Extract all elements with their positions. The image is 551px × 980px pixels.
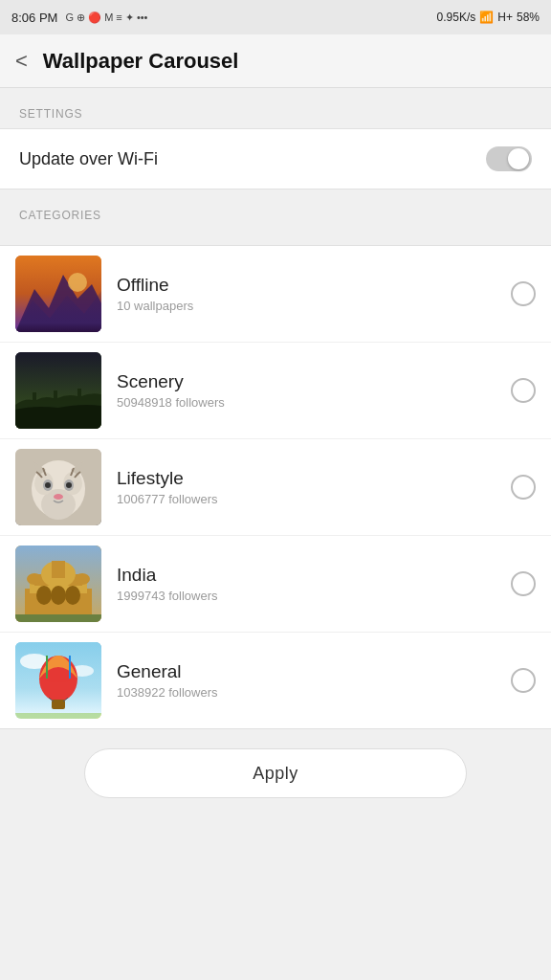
category-name: Scenery (117, 371, 496, 392)
category-radio-general[interactable] (511, 668, 536, 693)
category-thumbnail-scenery (15, 352, 101, 429)
settings-card: Update over Wi-Fi (0, 128, 551, 189)
wifi-icon: 📶 (479, 11, 494, 24)
category-name: General (117, 661, 496, 682)
svg-rect-21 (52, 561, 65, 578)
app-bar: < Wallpaper Carousel (0, 34, 551, 88)
apply-area: Apply (0, 729, 551, 827)
svg-rect-27 (15, 614, 101, 622)
svg-point-24 (36, 586, 52, 605)
category-radio-offline[interactable] (511, 281, 536, 306)
list-item[interactable]: Scenery 50948918 followers (0, 343, 551, 439)
category-thumbnail-general (15, 642, 101, 719)
list-item[interactable]: Lifestyle 1006777 followers (0, 439, 551, 536)
settings-section-label: SETTINGS (0, 88, 551, 128)
category-sub: 1038922 followers (117, 685, 496, 700)
svg-point-14 (66, 482, 72, 488)
category-sub: 50948918 followers (117, 395, 496, 410)
list-item[interactable]: General 1038922 followers (0, 633, 551, 728)
battery-display: 58% (517, 11, 540, 24)
categories-section-label: CATEGORIES (0, 189, 551, 230)
page-title: Wallpaper Carousel (43, 49, 239, 74)
svg-point-13 (45, 482, 51, 488)
category-name: Lifestyle (117, 468, 496, 489)
network-speed: 0.95K/s (437, 11, 476, 24)
category-thumbnail-lifestyle (15, 449, 101, 525)
svg-point-25 (51, 586, 66, 605)
back-button[interactable]: < (15, 51, 28, 72)
svg-point-22 (27, 573, 42, 585)
main-content: SETTINGS Update over Wi-Fi CATEGORIES (0, 88, 551, 980)
status-time: 8:06 PM G ⊕ 🔴 M ≡ ✦ ••• (11, 11, 147, 25)
category-info-lifestyle: Lifestyle 1006777 followers (117, 468, 496, 506)
svg-point-15 (54, 494, 63, 500)
category-info-general: General 1038922 followers (117, 661, 496, 700)
wifi-label: Update over Wi-Fi (19, 149, 158, 169)
status-app-icons: G ⊕ 🔴 M ≡ ✦ ••• (65, 11, 147, 24)
category-radio-india[interactable] (511, 571, 536, 596)
status-bar: 8:06 PM G ⊕ 🔴 M ≡ ✦ ••• 0.95K/s 📶 H+ 58% (0, 0, 551, 34)
svg-point-26 (65, 586, 80, 605)
category-radio-lifestyle[interactable] (511, 475, 536, 500)
category-thumbnail-india (15, 546, 101, 622)
list-item[interactable]: Offline 10 wallpapers (0, 246, 551, 343)
categories-card: Offline 10 wallpapers (0, 245, 551, 729)
category-name: Offline (117, 275, 496, 296)
status-right-info: 0.95K/s 📶 H+ 58% (437, 11, 540, 24)
svg-point-2 (68, 273, 87, 292)
category-radio-scenery[interactable] (511, 378, 536, 403)
apply-button[interactable]: Apply (84, 748, 467, 798)
category-info-india: India 1999743 followers (117, 565, 496, 603)
signal-icon: H+ (497, 11, 513, 24)
time-display: 8:06 PM (11, 11, 57, 25)
category-info-offline: Offline 10 wallpapers (117, 275, 496, 313)
svg-rect-37 (15, 713, 101, 719)
wifi-toggle[interactable] (486, 146, 532, 171)
wifi-setting-row: Update over Wi-Fi (0, 129, 551, 189)
category-info-scenery: Scenery 50948918 followers (117, 371, 496, 410)
svg-point-23 (75, 573, 90, 585)
category-sub: 1006777 followers (117, 492, 496, 506)
list-item[interactable]: India 1999743 followers (0, 536, 551, 633)
category-thumbnail-offline (15, 256, 101, 332)
toggle-knob (508, 148, 529, 169)
category-sub: 10 wallpapers (117, 299, 496, 313)
category-sub: 1999743 followers (117, 589, 496, 603)
category-name: India (117, 565, 496, 586)
